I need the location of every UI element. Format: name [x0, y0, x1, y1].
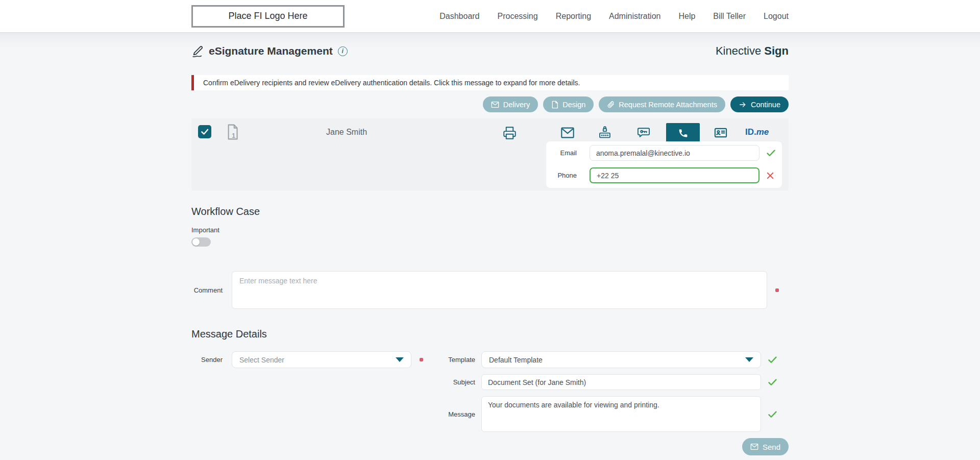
comment-textarea[interactable]	[232, 271, 767, 309]
edelivery-alert-banner[interactable]: Confirm eDelivery recipients and review …	[191, 75, 789, 90]
id-card-auth-icon[interactable]	[710, 123, 731, 142]
idme-auth-icon[interactable]: ID.me	[745, 127, 769, 137]
design-button[interactable]: Design	[543, 96, 594, 112]
nav-item-dashboard[interactable]: Dashboard	[439, 12, 479, 21]
fi-logo-placeholder: Place FI Logo Here	[191, 5, 345, 28]
nav-item-logout[interactable]: Logout	[764, 12, 789, 21]
workflow-case-heading: Workflow Case	[191, 206, 789, 217]
subject-label: Subject	[424, 378, 481, 386]
arrow-right-icon	[739, 101, 747, 108]
template-label: Template	[424, 356, 481, 364]
delivery-button[interactable]: Delivery	[483, 96, 538, 112]
sender-select-value: Select Sender	[239, 356, 284, 364]
phone-invalid-x-icon	[766, 171, 775, 180]
template-select[interactable]: Default Template	[481, 351, 761, 368]
kinective-sign-brand: Kinective Sign	[716, 44, 789, 58]
mail-icon	[491, 101, 499, 108]
comment-required-marker	[775, 288, 779, 292]
template-valid-check-icon	[767, 354, 778, 365]
message-details-heading: Message Details	[191, 328, 789, 340]
nav-item-help[interactable]: Help	[678, 12, 695, 21]
email-input[interactable]	[590, 145, 760, 161]
toggle-knob	[192, 238, 200, 246]
main-nav: Dashboard Processing Reporting Administr…	[439, 12, 789, 21]
important-label: Important	[191, 226, 789, 234]
recipient-row: 1 Jane Smith	[191, 118, 789, 190]
fi-logo-text: Place FI Logo Here	[228, 11, 307, 21]
message-valid-check-icon	[767, 409, 778, 420]
file-icon	[551, 101, 558, 109]
nav-item-administration[interactable]: Administration	[609, 12, 660, 21]
message-label: Message	[424, 410, 481, 418]
recipient-checkbox[interactable]	[198, 125, 211, 138]
nav-item-reporting[interactable]: Reporting	[556, 12, 591, 21]
top-bar: Place FI Logo Here Dashboard Processing …	[0, 0, 980, 32]
send-button[interactable]: Send	[742, 438, 789, 455]
nav-item-processing[interactable]: Processing	[498, 12, 538, 21]
email-auth-icon[interactable]	[557, 123, 578, 142]
contact-panel: Email Phone	[546, 141, 782, 188]
document-count-icon: 1	[225, 124, 240, 140]
email-label: Email	[546, 149, 590, 157]
svg-text:1: 1	[232, 132, 235, 139]
template-select-value: Default Template	[489, 356, 543, 364]
sender-required-marker	[420, 358, 423, 361]
sender-select[interactable]: Select Sender	[232, 351, 411, 368]
email-valid-check-icon	[766, 148, 776, 158]
alert-message: Confirm eDelivery recipients and review …	[203, 79, 580, 87]
phone-auth-icon[interactable]	[666, 123, 700, 142]
page-title: eSignature Management	[209, 45, 333, 57]
recipient-name: Jane Smith	[326, 128, 367, 137]
sender-label: Sender	[191, 356, 232, 364]
password-auth-icon[interactable]	[595, 123, 615, 142]
nav-item-user[interactable]: Bill Teller	[713, 12, 746, 21]
comment-label: Comment	[191, 286, 232, 294]
continue-button[interactable]: Continue	[730, 96, 789, 112]
phone-input[interactable]	[590, 167, 760, 183]
sms-otp-auth-icon[interactable]	[633, 123, 654, 142]
info-icon[interactable]: i	[338, 46, 348, 56]
print-icon[interactable]	[499, 123, 520, 142]
paperclip-icon	[607, 101, 615, 108]
important-toggle[interactable]	[191, 237, 211, 247]
page-content: eSignature Management i Kinective Sign C…	[0, 32, 980, 460]
message-textarea[interactable]: Your documents are available for viewing…	[481, 396, 761, 432]
chevron-down-icon	[396, 357, 404, 362]
phone-label: Phone	[546, 172, 590, 179]
chevron-down-icon	[745, 357, 753, 362]
request-remote-attachments-button[interactable]: Request Remote Attachments	[599, 96, 725, 112]
mail-icon	[750, 443, 758, 450]
subject-valid-check-icon	[767, 377, 778, 388]
signature-pen-icon	[191, 45, 204, 58]
subject-input[interactable]	[481, 374, 761, 390]
